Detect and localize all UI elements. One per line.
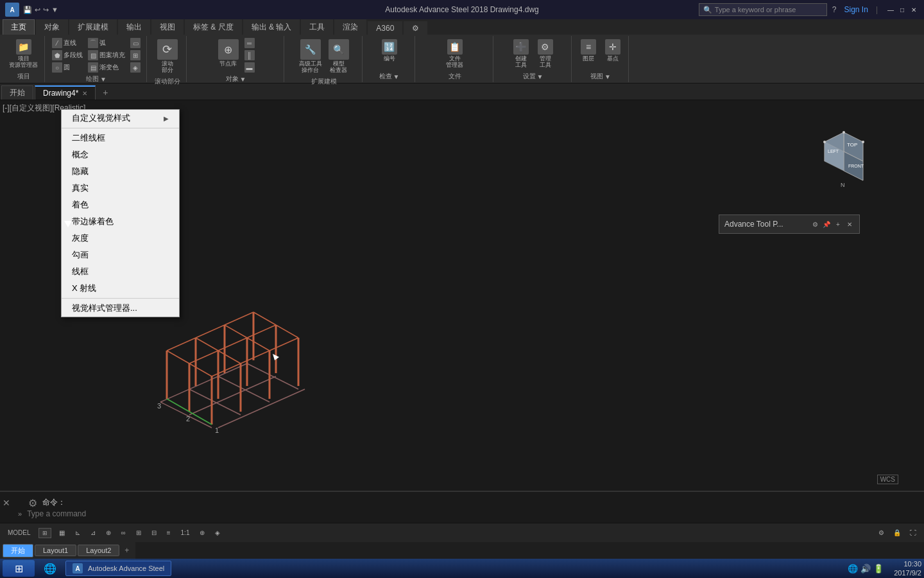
ribbon-btn-adv-tool[interactable]: 🔧 高级工具操作台: [296, 37, 325, 76]
canvas-area[interactable]: [-][自定义视图][Realistic] 自定义视觉样式 ▶ 二维线框 概念 …: [0, 100, 924, 491]
ctx-shaded[interactable]: 着色: [62, 197, 179, 213]
status-otrack-btn[interactable]: ∞: [119, 529, 128, 537]
ribbon-btn-hatch[interactable]: ▨ 图案填充: [86, 49, 127, 61]
status-dyn-btn[interactable]: ⊟: [149, 529, 159, 537]
status-settings-btn[interactable]: ⚙: [876, 529, 887, 537]
taskbar-browser[interactable]: 🌐: [37, 561, 63, 576]
layout-tab-add[interactable]: +: [121, 545, 133, 556]
settings-expand-icon[interactable]: ▼: [537, 73, 543, 80]
status-sc-btn[interactable]: ◈: [212, 529, 223, 537]
status-tp-btn[interactable]: 1:1: [178, 529, 193, 537]
ribbon-btn-plate[interactable]: ▬: [243, 62, 257, 73]
ctx-wireframe[interactable]: 线框: [62, 263, 179, 280]
layout-tab-layout1[interactable]: Layout1: [35, 545, 76, 556]
ctx-concept[interactable]: 概念: [62, 146, 179, 163]
ribbon-tab-output[interactable]: 输出: [118, 19, 150, 35]
ctx-2d-wireframe[interactable]: 二维线框: [62, 130, 179, 146]
ribbon-btn-model-check[interactable]: 🔍 模型检查器: [326, 37, 352, 76]
viewcube[interactable]: TOP LEFT FRONT N: [815, 126, 873, 190]
taskbar-autocad[interactable]: A Autodesk Advance Steel: [65, 561, 171, 576]
ribbon-tab-render[interactable]: 渲染: [334, 19, 366, 35]
quick-access-undo[interactable]: ↩: [35, 6, 40, 14]
taskbar-volume-icon[interactable]: 🔊: [860, 564, 871, 574]
command-close-btn[interactable]: ✕: [3, 498, 10, 508]
doc-tab-close[interactable]: ✕: [82, 90, 87, 97]
grid-toggle[interactable]: ⊞: [38, 528, 51, 538]
maximize-btn[interactable]: □: [897, 4, 907, 15]
ribbon-btn-manage[interactable]: ⚙ 管理工具: [534, 37, 557, 71]
ctx-custom-style[interactable]: 自定义视觉样式 ▶: [62, 110, 179, 127]
ribbon-btn-region[interactable]: ◈: [128, 62, 142, 73]
draw-expand-icon[interactable]: ▼: [100, 76, 107, 83]
ctx-grayscale[interactable]: 灰度: [62, 230, 179, 247]
sign-in-btn[interactable]: Sign In: [844, 5, 868, 14]
ribbon-tab-object[interactable]: 对象: [36, 19, 68, 35]
panel-pin-btn[interactable]: 📌: [822, 220, 831, 229]
quick-access-save[interactable]: 💾: [23, 6, 32, 14]
taskbar-network-icon[interactable]: 🌐: [848, 564, 858, 574]
ribbon-btn-create[interactable]: ➕ 创建工具: [509, 37, 533, 71]
ctx-sketch[interactable]: 勾画: [62, 247, 179, 263]
panel-gear-btn[interactable]: ⚙: [810, 220, 819, 229]
command-input[interactable]: [27, 509, 219, 518]
ribbon-tab-view[interactable]: 视图: [151, 19, 184, 35]
view-expand-icon[interactable]: ▼: [604, 73, 611, 80]
ribbon-tab-labels[interactable]: 标签 & 尺度: [185, 19, 242, 35]
layout-tab-layout2[interactable]: Layout2: [78, 545, 119, 556]
ribbon-btn-file-mgr[interactable]: 📋 文件管理器: [443, 37, 466, 71]
ribbon-btn-table[interactable]: ⊞: [128, 49, 142, 61]
doc-tab-start[interactable]: 开始: [1, 85, 33, 100]
ribbon-btn-project-manager[interactable]: 📁 项目资源管理器: [6, 37, 40, 71]
quick-access-redo[interactable]: ↪: [43, 6, 49, 14]
command-settings-btn[interactable]: ⚙: [28, 497, 37, 509]
search-help[interactable]: ?: [832, 5, 837, 14]
taskbar-battery-icon[interactable]: 🔋: [873, 564, 884, 574]
status-ortho-btn[interactable]: ⊾: [73, 529, 83, 537]
ribbon-btn-line[interactable]: ∕ 直线: [50, 37, 85, 49]
ribbon-btn-gradient[interactable]: ▤ 渐变色: [86, 62, 127, 73]
ctx-shaded-edges[interactable]: 带边缘着色: [62, 213, 179, 230]
ctx-style-manager[interactable]: 视觉样式管理器...: [62, 300, 179, 317]
ribbon-btn-poly[interactable]: ⬟ 多段线: [50, 49, 85, 61]
status-snap-btn[interactable]: ▦: [56, 529, 67, 537]
ribbon-btn-beam[interactable]: ═: [243, 37, 257, 49]
model-btn[interactable]: MODEL: [5, 529, 33, 537]
object-expand-icon[interactable]: ▼: [240, 76, 246, 83]
panel-expand-btn[interactable]: +: [834, 220, 843, 229]
quick-access-more[interactable]: ▼: [51, 6, 58, 13]
status-fullscreen-btn[interactable]: ⛶: [907, 529, 919, 537]
app-icon[interactable]: A: [5, 3, 19, 17]
start-button[interactable]: ⊞: [3, 560, 35, 577]
layout-tab-model[interactable]: 开始: [3, 544, 33, 557]
doc-tab-add[interactable]: +: [98, 85, 112, 100]
ribbon-tab-io[interactable]: 输出 & 输入: [243, 19, 300, 35]
check-expand-icon[interactable]: ▼: [393, 73, 400, 80]
close-btn[interactable]: ✕: [909, 4, 919, 15]
search-box[interactable]: 🔍 Type a keyword or phrase: [699, 3, 827, 16]
ctx-realistic[interactable]: 真实: [62, 180, 179, 197]
ribbon-tab-a360[interactable]: A360: [368, 21, 402, 35]
status-qp-btn[interactable]: ⊕: [197, 529, 207, 537]
ribbon-btn-layer[interactable]: ≡ 图层: [577, 37, 600, 64]
ribbon-btn-arc[interactable]: ⌒ 弧: [86, 37, 127, 49]
ribbon-tab-expand[interactable]: 扩展建模: [69, 19, 117, 35]
clock[interactable]: 10:30 2017/9/2: [894, 559, 921, 578]
doc-tab-drawing4[interactable]: Drawing4* ✕: [35, 85, 96, 100]
ribbon-btn-base-point[interactable]: ✛ 基点: [601, 37, 624, 64]
ribbon-btn-node-lib[interactable]: ⊕ 节点库: [216, 37, 241, 69]
status-osnap-btn[interactable]: ⊕: [103, 529, 114, 537]
ribbon-btn-rect[interactable]: ▭: [128, 37, 142, 49]
ribbon-btn-scroll[interactable]: ⟳ 滚动部分: [155, 37, 180, 76]
status-lw-btn[interactable]: ≡: [164, 529, 173, 537]
minimize-btn[interactable]: —: [886, 4, 896, 15]
status-polar-btn[interactable]: ⊿: [88, 529, 98, 537]
status-ucs-btn[interactable]: ⊞: [133, 529, 144, 537]
ribbon-tab-home[interactable]: 主页: [3, 19, 35, 35]
ribbon-tab-tools[interactable]: 工具: [301, 19, 333, 35]
ribbon-tab-settings[interactable]: ⚙: [404, 21, 427, 35]
ctx-xray[interactable]: X 射线: [62, 280, 179, 297]
ctx-hidden[interactable]: 隐藏: [62, 163, 179, 180]
ribbon-btn-column[interactable]: ║: [243, 49, 257, 61]
status-lock-btn[interactable]: 🔒: [891, 529, 903, 537]
ribbon-btn-circle[interactable]: ○ 圆: [50, 62, 85, 73]
